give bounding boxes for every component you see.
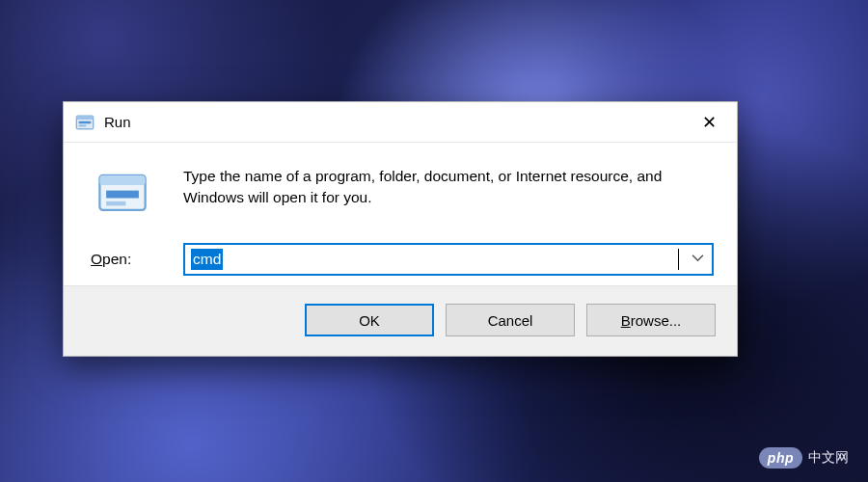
dialog-body: Type the name of a program, folder, docu… <box>64 143 737 285</box>
cancel-label: Cancel <box>488 312 533 329</box>
svg-rect-3 <box>79 124 87 126</box>
open-combobox[interactable]: cmd <box>183 243 714 276</box>
browse-mnemonic: B <box>621 312 631 329</box>
window-title: Run <box>104 114 681 130</box>
svg-rect-7 <box>106 201 125 206</box>
open-mnemonic: O <box>91 251 102 267</box>
run-body-icon <box>96 168 149 220</box>
browse-label: Browse... <box>621 312 682 329</box>
browse-button[interactable]: Browse... <box>586 304 716 336</box>
ok-label: OK <box>359 312 380 329</box>
dialog-description: Type the name of a program, folder, docu… <box>183 166 714 209</box>
browse-label-rest: rowse... <box>631 312 682 329</box>
watermark-text: 中文网 <box>808 449 849 467</box>
titlebar: Run ✕ <box>64 102 737 143</box>
close-icon: ✕ <box>702 112 717 133</box>
svg-rect-5 <box>99 175 145 185</box>
run-title-icon <box>75 113 95 132</box>
close-button[interactable]: ✕ <box>681 102 737 142</box>
svg-rect-2 <box>79 120 92 123</box>
open-input[interactable] <box>183 243 714 276</box>
watermark-pill: php <box>759 447 802 469</box>
open-label-rest: pen: <box>102 251 131 267</box>
watermark: php 中文网 <box>759 447 849 469</box>
ok-button[interactable]: OK <box>305 304 434 336</box>
cancel-button[interactable]: Cancel <box>446 304 575 336</box>
svg-rect-6 <box>106 191 139 199</box>
dialog-footer: OK Cancel Browse... <box>64 285 737 356</box>
open-label: Open: <box>87 251 170 268</box>
svg-rect-1 <box>76 116 94 120</box>
run-dialog: Run ✕ Type the name of a program, folder… <box>63 101 738 357</box>
